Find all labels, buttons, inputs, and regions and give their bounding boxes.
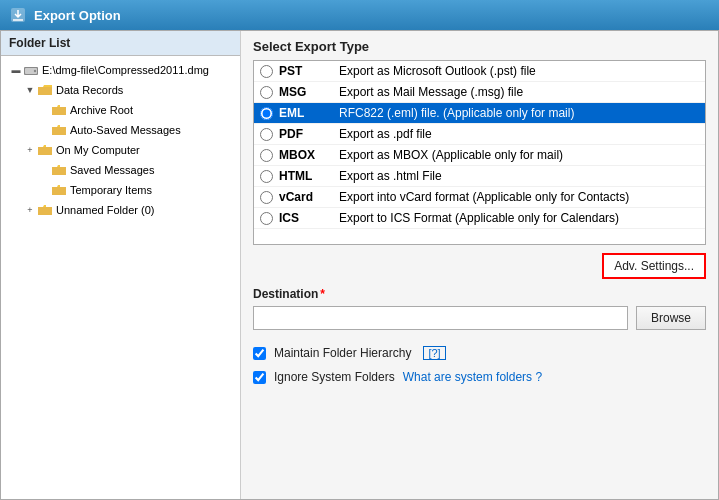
tree-item-label: Archive Root (70, 104, 133, 116)
export-type-vcard: vCard (279, 190, 339, 204)
export-type-pdf: PDF (279, 127, 339, 141)
option-label-maintain-hierarchy: Maintain Folder Hierarchy (274, 346, 411, 360)
folder-icon (37, 202, 53, 218)
export-type-list[interactable]: PST Export as Microsoft Outlook (.pst) f… (253, 60, 706, 245)
export-row-msg[interactable]: MSG Export as Mail Message (.msg) file (254, 82, 705, 103)
export-icon (10, 7, 26, 23)
tree-item-on-my-computer[interactable]: + On My Computer (1, 140, 240, 160)
svg-point-4 (34, 70, 36, 72)
export-desc-mbox: Export as MBOX (Applicable only for mail… (339, 148, 699, 162)
folder-icon (51, 102, 67, 118)
toggle-on-my-computer[interactable]: + (23, 145, 37, 155)
tree-item-label: On My Computer (56, 144, 140, 156)
export-row-eml[interactable]: EML RFC822 (.eml) file. (Applicable only… (254, 103, 705, 124)
tree-item-unnamed-folder[interactable]: + Unnamed Folder (0) (1, 200, 240, 220)
export-desc-pst: Export as Microsoft Outlook (.pst) file (339, 64, 699, 78)
export-row-html[interactable]: HTML Export as .html File (254, 166, 705, 187)
radio-pdf[interactable] (260, 128, 273, 141)
toggle-drive[interactable]: ▬ (9, 65, 23, 75)
folder-list-panel: Folder List ▬ E:\dmg-file\Compressed2011… (1, 31, 241, 499)
export-type-html: HTML (279, 169, 339, 183)
toggle-data-records[interactable]: ▼ (23, 85, 37, 95)
radio-html[interactable] (260, 170, 273, 183)
adv-settings-row: Adv. Settings... (253, 253, 706, 279)
radio-mbox[interactable] (260, 149, 273, 162)
tree-item-label: Auto-Saved Messages (70, 124, 181, 136)
export-row-pdf[interactable]: PDF Export as .pdf file (254, 124, 705, 145)
system-folders-link[interactable]: What are system folders ? (403, 370, 542, 384)
title-bar-text: Export Option (34, 8, 121, 23)
folder-list-header: Folder List (1, 31, 240, 56)
folder-icon (37, 142, 53, 158)
export-type-ics: ICS (279, 211, 339, 225)
browse-button[interactable]: Browse (636, 306, 706, 330)
export-type-eml: EML (279, 106, 339, 120)
title-bar: Export Option (0, 0, 719, 30)
radio-msg[interactable] (260, 86, 273, 99)
drive-icon (23, 62, 39, 78)
option-maintain-hierarchy: Maintain Folder Hierarchy [?] (253, 346, 706, 360)
export-desc-eml: RFC822 (.eml) file. (Applicable only for… (339, 106, 699, 120)
radio-pst[interactable] (260, 65, 273, 78)
export-type-pst: PST (279, 64, 339, 78)
export-type-header: Select Export Type (253, 39, 706, 54)
tree-item-archive-root[interactable]: Archive Root (1, 100, 240, 120)
tree-item-label: Data Records (56, 84, 123, 96)
option-ignore-system: Ignore System Folders What are system fo… (253, 370, 706, 384)
destination-row: Browse (253, 306, 706, 330)
tree-item-label: E:\dmg-file\Compressed2011.dmg (42, 64, 209, 76)
export-desc-pdf: Export as .pdf file (339, 127, 699, 141)
option-label-ignore-system: Ignore System Folders (274, 370, 395, 384)
radio-ics[interactable] (260, 212, 273, 225)
checkbox-ignore-system[interactable] (253, 371, 266, 384)
export-type-msg: MSG (279, 85, 339, 99)
export-desc-ics: Export to ICS Format (Applicable only fo… (339, 211, 699, 225)
toggle-unnamed-folder[interactable]: + (23, 205, 37, 215)
export-desc-html: Export as .html File (339, 169, 699, 183)
folder-icon (51, 122, 67, 138)
tree-item-saved-messages[interactable]: Saved Messages (1, 160, 240, 180)
export-row-vcard[interactable]: vCard Export into vCard format (Applicab… (254, 187, 705, 208)
tree-item-label: Unnamed Folder (0) (56, 204, 154, 216)
export-row-pst[interactable]: PST Export as Microsoft Outlook (.pst) f… (254, 61, 705, 82)
folder-icon (51, 162, 67, 178)
tree-item-auto-saved[interactable]: Auto-Saved Messages (1, 120, 240, 140)
tree-item-temporary-items[interactable]: Temporary Items (1, 180, 240, 200)
tree-item-label: Temporary Items (70, 184, 152, 196)
export-desc-msg: Export as Mail Message (.msg) file (339, 85, 699, 99)
help-maintain-hierarchy[interactable]: [?] (423, 346, 445, 360)
tree-item-drive[interactable]: ▬ E:\dmg-file\Compressed2011.dmg (1, 60, 240, 80)
checkbox-maintain-hierarchy[interactable] (253, 347, 266, 360)
radio-eml[interactable] (260, 107, 273, 120)
folder-tree[interactable]: ▬ E:\dmg-file\Compressed2011.dmg ▼ (1, 56, 240, 499)
options-area: Maintain Folder Hierarchy [?] Ignore Sys… (253, 346, 706, 384)
right-panel: Select Export Type PST Export as Microso… (241, 31, 718, 499)
required-indicator: * (320, 287, 325, 301)
folder-open-icon (37, 82, 53, 98)
destination-input[interactable] (253, 306, 628, 330)
destination-label: Destination* (253, 287, 706, 301)
radio-vcard[interactable] (260, 191, 273, 204)
tree-item-label: Saved Messages (70, 164, 154, 176)
adv-settings-button[interactable]: Adv. Settings... (602, 253, 706, 279)
export-type-mbox: MBOX (279, 148, 339, 162)
export-row-ics[interactable]: ICS Export to ICS Format (Applicable onl… (254, 208, 705, 229)
export-desc-vcard: Export into vCard format (Applicable onl… (339, 190, 699, 204)
tree-item-data-records[interactable]: ▼ Data Records (1, 80, 240, 100)
export-row-mbox[interactable]: MBOX Export as MBOX (Applicable only for… (254, 145, 705, 166)
folder-icon (51, 182, 67, 198)
